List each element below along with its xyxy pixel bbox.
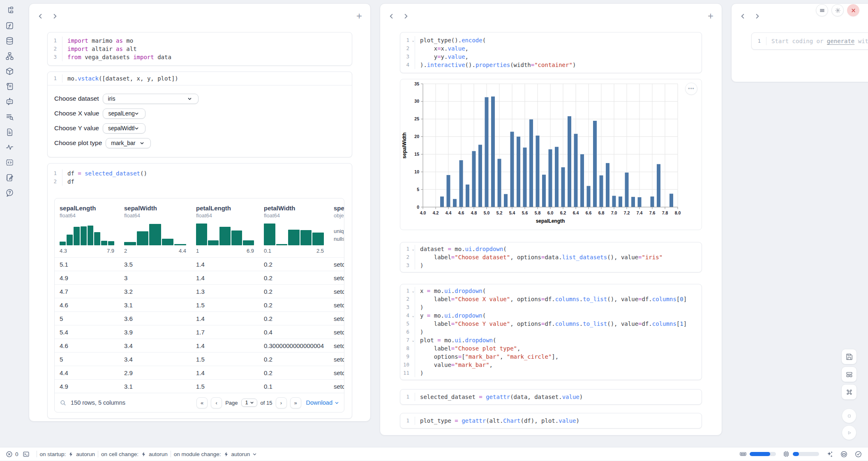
table-row[interactable]: 4.73.21.30.2setosa [55,284,344,298]
runtime-config-1[interactable]: on startup:autorun [40,451,95,457]
run-button[interactable] [842,425,856,440]
table-row[interactable]: 4.93.11.50.1setosa [55,379,344,393]
column-forward-button[interactable] [754,13,760,19]
runtime-config-2[interactable]: on cell change:autorun [101,451,168,457]
line-number: 1 [400,417,415,425]
cell-vstack[interactable]: 1mo.vstack([dataset, x, y, plot]) Choose… [47,71,352,157]
first-page-button[interactable]: « [196,397,208,408]
code-editor[interactable]: 1df = selected_dataset()2df [48,164,352,191]
terminal-button[interactable] [23,451,30,458]
cell-dataframe[interactable]: 1df = selected_dataset()2df sepalLengthf… [47,163,352,419]
code-editor[interactable]: 1⌄dataset = mo.ui.dropdown(2 label="Choo… [400,242,702,272]
column-histogram[interactable] [264,222,324,245]
editor-placeholder[interactable]: Start coding or generate with [766,37,868,45]
layout-button[interactable] [841,366,857,382]
column-back-button[interactable] [740,13,746,19]
error-counter[interactable]: 0 [6,451,18,458]
runtime-config-3[interactable]: on module change:autorun [174,451,257,457]
sidebar-activity-button[interactable] [5,143,14,152]
ai-assistant-button[interactable] [826,450,833,458]
fold-chevron-icon[interactable]: ⌄ [412,36,414,44]
last-page-button[interactable]: » [290,397,301,408]
code-line-text: label="Choose plot type", [415,344,520,353]
code-editor[interactable]: 1⌄x = mo.ui.dropdown(2 label="Choose X v… [400,284,702,380]
table-row[interactable]: 4.63.41.40.3000000000000004setosa [55,339,344,352]
sidebar-snippet-button[interactable] [5,158,14,167]
connection-status-button[interactable] [854,450,862,458]
generate-link[interactable]: generate [827,38,854,44]
table-row[interactable]: 5.13.51.40.2setosa [55,257,344,271]
add-cell-button[interactable]: + [356,12,362,20]
column-header-petalLength[interactable]: petalLengthfloat6416.9 [191,198,259,257]
close-button[interactable] [847,4,859,16]
column-header-species[interactable]: speciesobjectunique:nulls: [329,198,344,257]
dropdown-choose-plot-type[interactable]: mark_bar [106,138,151,148]
cell-plot-code[interactable]: 1⌄plot_type().encode(2 x=x.value,3 y=y.v… [400,32,702,73]
table-cell: 0.3000000000000004 [259,339,329,352]
stop-button[interactable] [842,408,856,423]
column-back-button[interactable] [37,13,44,19]
cell-imports[interactable]: 1import marimo as mo2import altair as al… [47,32,352,66]
menu-button[interactable] [816,4,828,16]
column-histogram[interactable] [124,222,186,245]
cell-empty[interactable]: 1 Start coding or generate with [751,32,868,50]
cell-plot-type[interactable]: 1plot_type = getattr(alt.Chart(df), plot… [400,413,702,429]
column-histogram[interactable] [196,222,254,245]
sidebar-dependency-graph-button[interactable] [5,51,14,60]
sidebar-database-button[interactable] [5,36,14,45]
dropdown-choose-y-value[interactable]: sepalWidth [103,123,145,134]
sidebar-scratchpad-button[interactable] [5,173,14,182]
search-icon[interactable] [60,399,67,406]
dataframe-table[interactable]: sepalLengthfloat644.37.9sepalWidthfloat6… [54,198,344,413]
column-header-petalWidth[interactable]: petalWidthfloat640.12.5 [259,198,329,257]
table-row[interactable]: 4.931.40.2setosa [55,271,344,284]
table-row[interactable]: 4.42.91.40.2setosa [55,366,344,379]
code-editor[interactable]: 1mo.vstack([dataset, x, y, plot]) [48,72,352,85]
column-histogram[interactable] [60,222,114,245]
sidebar-help-button[interactable] [5,188,14,197]
hamburger-icon [819,7,825,14]
cell-selected-dataset[interactable]: 1selected_dataset = getattr(data, datase… [400,389,702,405]
dropdown-choose-dataset[interactable]: iris [103,94,199,104]
sidebar-package-button[interactable] [5,67,14,76]
download-button[interactable]: Download [306,399,339,406]
sidebar-function-button[interactable] [5,21,14,30]
table-row[interactable]: 5.43.91.70.4setosa [55,325,344,339]
column-header-sepalLength[interactable]: sepalLengthfloat644.37.9 [55,198,119,257]
code-editor[interactable]: 1import marimo as mo2import altair as al… [48,32,352,65]
copilot-button[interactable] [840,450,848,458]
table-row[interactable]: 53.41.50.2setosa [55,352,344,366]
keyboard-shortcuts-button[interactable] [841,384,857,400]
table-row[interactable]: 4.63.11.50.2setosa [55,298,344,311]
column-header-sepalWidth[interactable]: sepalWidthfloat6424.4 [119,198,191,257]
altair-bar-chart[interactable]: 4.04.24.44.64.85.05.25.45.65.86.06.26.46… [400,79,700,227]
code-editor[interactable]: 1 Start coding or generate with [752,33,868,49]
page-select[interactable]: 1 [241,399,257,407]
code-editor[interactable]: 1plot_type = getattr(alt.Chart(df), plot… [400,413,702,428]
column-forward-button[interactable] [403,13,409,19]
add-cell-button[interactable]: + [708,12,713,20]
sidebar-script-button[interactable] [5,82,14,91]
chart-actions-button[interactable]: ••• [685,83,697,95]
code-editor[interactable]: 1⌄plot_type().encode(2 x=x.value,3 y=y.v… [400,32,702,73]
code-editor[interactable]: 1selected_dataset = getattr(data, datase… [400,390,702,404]
sidebar-file-tree-button[interactable] [5,6,14,15]
sidebar-logs-search-button[interactable] [5,112,14,121]
save-button[interactable] [841,349,857,364]
next-page-button[interactable]: › [276,397,287,408]
dropdown-choose-x-value[interactable]: sepalLength [103,108,145,119]
svg-text:5.6: 5.6 [522,210,528,215]
fold-chevron-icon[interactable]: ⌄ [412,287,414,295]
fold-chevron-icon[interactable]: ⌄ [412,336,414,344]
column-forward-button[interactable] [52,13,58,19]
previous-page-button[interactable]: ‹ [211,397,222,408]
fold-chevron-icon[interactable]: ⌄ [412,311,414,320]
cell-dataset-dropdown[interactable]: 1⌄dataset = mo.ui.dropdown(2 label="Choo… [400,242,702,272]
cell-xyplot-dropdowns[interactable]: 1⌄x = mo.ui.dropdown(2 label="Choose X v… [400,284,702,380]
fold-chevron-icon[interactable]: ⌄ [412,245,414,253]
table-row[interactable]: 53.61.40.2setosa [55,311,344,325]
sidebar-document-button[interactable] [5,127,14,136]
column-back-button[interactable] [388,13,395,19]
sidebar-chat-button[interactable] [5,97,14,106]
settings-button[interactable] [831,4,844,16]
